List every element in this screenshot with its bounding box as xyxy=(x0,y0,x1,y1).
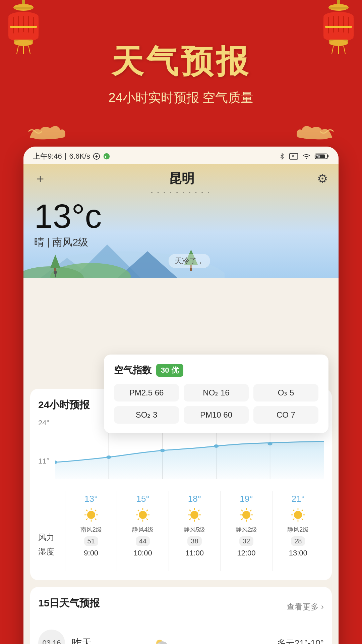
app-mockup-card: 上午9:46 | 6.6K/s ● ✕ 79 ＋ 昆明 ⚙ xyxy=(23,147,339,644)
air-no2: NO₂ 16 xyxy=(184,384,249,401)
hour-col-1: 15° 静风4级 44 10:00 xyxy=(117,491,168,571)
svg-line-82 xyxy=(138,519,139,520)
hour-col-3: 19° 静风2级 32 12:00 xyxy=(220,491,272,571)
svg-text:●: ● xyxy=(105,155,107,159)
sun-icon-1 xyxy=(135,507,151,523)
air-quality-grid: PM2.5 66 NO₂ 16 O₃ 5 SO₂ 3 PM10 60 CO 7 xyxy=(114,384,318,424)
status-left: 上午9:46 | 6.6K/s ● xyxy=(33,151,110,161)
app-subtitle: 24小时实时预报 空气质量 xyxy=(0,89,362,106)
battery-icon: 79 xyxy=(314,153,329,160)
humidity-3: 32 xyxy=(239,536,253,546)
air-quality-badge: 30 优 xyxy=(156,364,183,377)
svg-point-61 xyxy=(106,455,111,459)
hero-section: 天气预报 24小时实时预报 空气质量 xyxy=(0,0,362,116)
svg-line-73 xyxy=(86,519,87,520)
hourly-label-col: 风力 湿度 xyxy=(38,491,65,571)
svg-line-107 xyxy=(302,519,303,520)
status-speed: 6.6K/s xyxy=(69,152,90,161)
hour-col-0: 13° 南风2级 51 9:00 xyxy=(65,491,117,571)
sun-icon-2 xyxy=(186,507,202,523)
time-2: 11:00 xyxy=(185,549,204,557)
temp-3: 19° xyxy=(240,494,253,504)
signal-x-icon: ✕ xyxy=(289,153,298,160)
sun-icon-4 xyxy=(290,507,306,523)
add-city-button[interactable]: ＋ xyxy=(34,170,46,187)
air-quality-label: 空气指数 xyxy=(114,364,152,377)
air-quality-header: 空气指数 30 优 xyxy=(114,364,318,377)
forecast15-title: 15日天气预报 xyxy=(38,596,100,610)
svg-point-101 xyxy=(294,511,302,519)
air-co: CO 7 xyxy=(253,406,318,424)
svg-line-98 xyxy=(250,519,251,520)
svg-line-80 xyxy=(146,519,148,520)
forecast15-header: 15日天气预报 查看更多 › xyxy=(38,596,324,617)
svg-line-70 xyxy=(86,510,87,511)
air-pm10: PM10 60 xyxy=(184,406,249,424)
humidity-2: 38 xyxy=(187,536,201,546)
svg-point-39 xyxy=(306,158,307,159)
air-so2: SO₂ 3 xyxy=(114,406,179,424)
forecast-date-0: 03.16 xyxy=(38,630,65,644)
forecast15-more-link[interactable]: 查看更多 › xyxy=(287,601,324,612)
svg-line-109 xyxy=(293,519,294,520)
wind-3: 静风2级 xyxy=(236,526,257,534)
svg-text:✕: ✕ xyxy=(291,154,295,159)
svg-line-79 xyxy=(138,510,139,511)
svg-line-100 xyxy=(241,519,243,520)
svg-line-90 xyxy=(198,510,199,511)
forecast15-section: 15日天气预报 查看更多 › 03.16 昨天 多云21°-10° 03.17 … xyxy=(30,587,332,644)
svg-line-72 xyxy=(95,510,96,511)
svg-line-99 xyxy=(250,510,251,511)
wind-4: 静风2级 xyxy=(287,526,309,534)
temp-4: 21° xyxy=(292,494,305,504)
forecast-row-0: 03.16 昨天 多云21°-10° xyxy=(38,624,324,644)
svg-text:79: 79 xyxy=(316,155,320,159)
weather-nav: ＋ 昆明 ⚙ xyxy=(34,170,328,187)
humidity-0: 51 xyxy=(84,536,98,546)
svg-point-65 xyxy=(87,511,95,519)
humidity-4: 28 xyxy=(291,536,305,546)
time-3: 12:00 xyxy=(237,549,255,557)
svg-line-91 xyxy=(189,519,191,520)
forecast-day-0: 昨天 xyxy=(72,636,145,644)
status-bar: 上午9:46 | 6.6K/s ● ✕ 79 xyxy=(23,147,339,164)
air-quality-popup: 空气指数 30 优 PM2.5 66 NO₂ 16 O₃ 5 SO₂ 3 PM1… xyxy=(104,355,328,433)
svg-line-106 xyxy=(293,510,294,511)
cloud-decoration xyxy=(0,116,362,147)
svg-point-62 xyxy=(160,449,165,452)
sun-icon-0 xyxy=(83,507,99,523)
svg-point-64 xyxy=(267,442,272,445)
wind-0: 南风2级 xyxy=(80,526,102,534)
air-o3: O₃ 5 xyxy=(253,384,318,401)
hour-col-4: 21° 静风2级 28 13:00 xyxy=(272,491,324,571)
wind-2: 静风5级 xyxy=(184,526,205,534)
signal-icon xyxy=(93,153,100,160)
temp-2: 18° xyxy=(188,494,201,504)
time-0: 9:00 xyxy=(84,549,98,557)
svg-line-89 xyxy=(198,519,199,520)
status-time: 上午9:46 xyxy=(33,151,62,161)
wifi-icon xyxy=(302,153,311,160)
temp-0: 13° xyxy=(84,494,98,504)
status-network: | xyxy=(65,152,67,161)
app-title: 天气预报 xyxy=(0,40,362,84)
humidity-label: 湿度 xyxy=(38,544,65,559)
chart-top-label: 24° xyxy=(38,419,49,427)
bluetooth-icon xyxy=(279,153,286,160)
svg-line-108 xyxy=(302,510,303,511)
location-icon: ● xyxy=(103,153,110,160)
forecast-desc-0: 多云21°-10° xyxy=(176,637,324,644)
wind-label: 风力 xyxy=(38,530,65,544)
weather-tip: 天冷了， xyxy=(169,254,210,268)
chart-bottom-label: 11° xyxy=(38,457,49,466)
page-dots: • • • • • • • • • • xyxy=(34,190,328,195)
temp-1: 15° xyxy=(136,494,149,504)
svg-line-97 xyxy=(241,510,243,511)
svg-point-63 xyxy=(214,444,219,448)
hour-col-2: 18° 静风5级 38 11:00 xyxy=(169,491,220,571)
wind-1: 静风4级 xyxy=(132,526,154,534)
svg-point-74 xyxy=(139,511,147,519)
settings-button[interactable]: ⚙ xyxy=(317,172,328,186)
time-1: 10:00 xyxy=(134,549,152,557)
city-name: 昆明 xyxy=(46,170,317,187)
